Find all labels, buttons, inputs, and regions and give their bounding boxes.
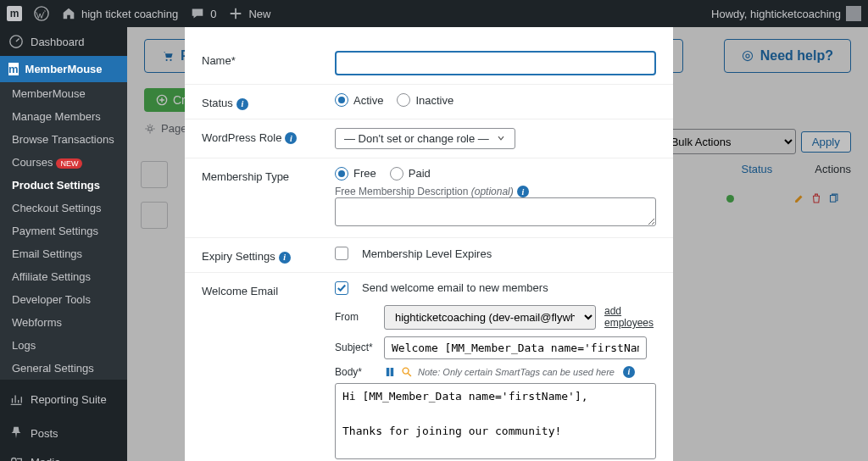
media-icon — [8, 454, 24, 461]
sidebar-sub-developer-tools[interactable]: Developer Tools — [0, 288, 127, 311]
wp-logo[interactable] — [34, 6, 49, 21]
info-icon[interactable]: i — [285, 132, 297, 144]
comments-link[interactable]: 0 — [190, 6, 216, 21]
site-link[interactable]: high ticket coaching — [61, 6, 178, 21]
mm-logo[interactable]: m — [7, 6, 22, 21]
admin-sidebar: Dashboard m MemberMouse MemberMouse Mana… — [0, 27, 127, 461]
wprole-label: WordPress Rolei — [202, 128, 325, 145]
sidebar-dashboard[interactable]: Dashboard — [0, 27, 127, 56]
sidebar-posts[interactable]: Posts — [0, 419, 127, 447]
admin-bar: m high ticket coaching 0 New Howdy, high… — [0, 0, 868, 27]
mtype-paid-radio[interactable]: Paid — [390, 167, 431, 181]
book-icon[interactable] — [384, 366, 396, 378]
welcome-label: Welcome Email — [202, 281, 325, 297]
home-icon — [61, 6, 76, 21]
chart-icon — [8, 392, 24, 407]
new-badge: NEW — [56, 158, 82, 169]
svg-point-2 — [12, 458, 16, 462]
dashboard-icon — [8, 34, 24, 49]
expiry-label: Expiry Settingsi — [202, 247, 325, 264]
howdy-link[interactable]: Howdy, highticketcoaching — [711, 6, 861, 21]
sidebar-sub-browse-transactions[interactable]: Browse Transactions — [0, 128, 127, 151]
plus-icon — [228, 6, 243, 21]
from-label: From — [335, 311, 377, 323]
svg-point-10 — [403, 368, 409, 374]
sidebar-sub-checkout-settings[interactable]: Checkout Settings — [0, 197, 127, 219]
info-icon[interactable]: i — [517, 186, 529, 197]
info-icon[interactable]: i — [623, 366, 635, 378]
name-input[interactable] — [335, 51, 656, 75]
sidebar-sub-logs[interactable]: Logs — [0, 334, 127, 357]
info-icon[interactable]: i — [279, 252, 291, 264]
sidebar-sub-webforms[interactable]: Webforms — [0, 311, 127, 334]
sidebar-sub-payment-settings[interactable]: Payment Settings — [0, 219, 127, 242]
mtype-free-radio[interactable]: Free — [335, 167, 376, 181]
wprole-select[interactable]: — Don't set or change role — — [335, 128, 515, 149]
body-textarea[interactable] — [335, 383, 656, 459]
welcome-check-label: Send welcome email to new members — [362, 281, 548, 294]
add-employees-link[interactable]: add employees — [604, 305, 656, 329]
info-icon[interactable]: i — [236, 98, 248, 110]
expiry-checkbox[interactable] — [335, 247, 348, 260]
sidebar-sub-courses[interactable]: CoursesNEW — [0, 151, 127, 174]
chevron-down-icon — [496, 133, 506, 143]
search-icon[interactable] — [401, 366, 413, 378]
free-desc-textarea[interactable] — [335, 197, 656, 226]
sidebar-sub-affiliate-settings[interactable]: Affiliate Settings — [0, 265, 127, 288]
new-link[interactable]: New — [228, 6, 270, 21]
pin-icon — [8, 425, 24, 441]
sidebar-reporting[interactable]: Reporting Suite — [0, 385, 127, 414]
from-select[interactable]: highticketcoaching (dev-email@flywheel.l… — [384, 305, 596, 330]
comment-icon — [190, 6, 205, 21]
subject-label: Subject* — [335, 342, 377, 353]
welcome-checkbox[interactable] — [335, 281, 348, 295]
name-label: Name* — [202, 51, 325, 67]
status-inactive-radio[interactable]: Inactive — [397, 93, 453, 107]
sidebar-sub-manage-members[interactable]: Manage Members — [0, 105, 127, 128]
membership-level-modal: Name* Statusi Active Inactive WordPress … — [185, 27, 673, 461]
free-desc-label: Free Membership Description (optional)i — [335, 186, 656, 198]
mtype-label: Membership Type — [202, 167, 325, 183]
sidebar-sub-membermouse[interactable]: MemberMouse — [0, 82, 127, 105]
body-label: Body* — [335, 366, 377, 378]
sidebar-media[interactable]: Media — [0, 447, 127, 461]
sidebar-sub-product-settings[interactable]: Product Settings — [0, 174, 127, 197]
sidebar-membermouse[interactable]: m MemberMouse — [0, 56, 127, 82]
subject-input[interactable] — [384, 336, 647, 359]
sidebar-sub-email-settings[interactable]: Email Settings — [0, 242, 127, 265]
expiry-check-label: Membership Level Expires — [362, 247, 492, 260]
status-active-radio[interactable]: Active — [335, 93, 383, 107]
status-label: Statusi — [202, 93, 325, 110]
avatar — [846, 6, 861, 21]
sidebar-sub-general-settings[interactable]: General Settings — [0, 357, 127, 380]
